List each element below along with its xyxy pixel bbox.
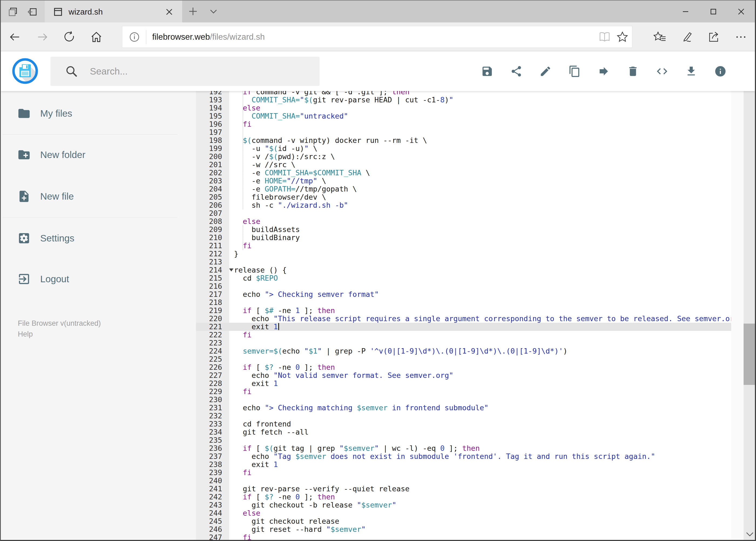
back-button[interactable] <box>7 29 23 45</box>
code-line[interactable]: 205 filebrowser/dev \ <box>196 193 731 201</box>
code-line[interactable]: 195 COMMIT_SHA="untracked" <box>196 112 731 120</box>
code-line[interactable]: 245 git checkout release <box>196 517 731 525</box>
code-line[interactable]: 219 if [ $# -ne 1 ]; then <box>196 306 731 315</box>
tab-preview-button[interactable] <box>6 5 20 19</box>
code-line[interactable]: 203 -e HOME="//tmp" \ <box>196 177 731 185</box>
view-source-button[interactable] <box>647 57 677 86</box>
code-text: git reset --hard "$semver" <box>229 525 366 533</box>
code-line[interactable]: 212} <box>196 250 731 258</box>
sidebar-item-new-folder[interactable]: New folder <box>1 141 196 169</box>
code-line[interactable]: 208 else <box>196 218 731 226</box>
code-line[interactable]: 211 fi <box>196 242 731 250</box>
code-line[interactable]: 214release () { <box>196 266 731 274</box>
maximize-button[interactable] <box>699 1 727 22</box>
code-line[interactable]: 238 exit 1 <box>196 460 731 469</box>
site-info-icon[interactable] <box>128 31 140 43</box>
code-line[interactable]: 236 if [ $(git tag | grep "$semver" | wc… <box>196 444 731 452</box>
more-menu-button[interactable] <box>733 29 749 45</box>
code-line[interactable]: 193 COMMIT_SHA="$(git rev-parse HEAD | c… <box>196 96 731 104</box>
code-line[interactable]: 240 <box>196 477 731 485</box>
code-line[interactable]: 244 else <box>196 509 731 517</box>
code-line[interactable]: 199 -u "$(id -u)" \ <box>196 145 731 153</box>
help-link[interactable]: Help <box>18 329 101 339</box>
code-line[interactable]: 239 fi <box>196 469 731 477</box>
sidebar-item-logout[interactable]: Logout <box>1 265 196 293</box>
forward-button[interactable] <box>34 29 51 45</box>
code-line[interactable]: 232 <box>196 412 731 420</box>
code-line[interactable]: 207 <box>196 209 731 218</box>
code-line[interactable]: 243 git checkout -b release "$semver" <box>196 501 731 509</box>
sidebar-item-my-files[interactable]: My files <box>1 99 196 128</box>
browser-tab[interactable]: wizard.sh <box>45 1 182 23</box>
url-field[interactable]: filebrowser.web/files/wizard.sh <box>122 26 632 48</box>
code-line[interactable]: 227 echo "Not valid semver format. See s… <box>196 371 731 379</box>
tab-close-button[interactable] <box>163 6 175 18</box>
code-line[interactable]: 235 <box>196 436 731 444</box>
share-button[interactable] <box>706 29 722 45</box>
download-button[interactable] <box>677 57 706 86</box>
edit-button[interactable] <box>531 57 560 86</box>
minimize-button[interactable] <box>671 1 699 22</box>
code-line[interactable]: 225 <box>196 355 731 363</box>
delete-button[interactable] <box>619 57 647 86</box>
code-line[interactable]: 209 buildAssets <box>196 226 731 234</box>
search-input[interactable]: Search... <box>51 57 320 86</box>
copy-button[interactable] <box>560 57 589 86</box>
code-line[interactable]: 222 fi <box>196 331 731 339</box>
code-line[interactable]: 201 -w //src \ <box>196 161 731 169</box>
favorite-button[interactable] <box>614 29 630 45</box>
code-line[interactable]: 220 echo "This release script requires a… <box>196 315 731 323</box>
code-line[interactable]: 213 <box>196 258 731 266</box>
code-line[interactable]: 233 cd frontend <box>196 420 731 428</box>
scrollbar-thumb[interactable] <box>744 323 756 385</box>
code-line[interactable]: 206 sh -c "./wizard.sh -b" <box>196 201 731 209</box>
scroll-down-button[interactable] <box>744 527 756 541</box>
code-line[interactable]: 196 fi <box>196 120 731 128</box>
code-line[interactable]: 218 <box>196 298 731 306</box>
code-line[interactable]: 210 buildBinary <box>196 234 731 242</box>
new-tab-button[interactable] <box>186 4 200 18</box>
code-line[interactable]: 216 <box>196 282 731 290</box>
code-line[interactable]: 197 <box>196 128 731 136</box>
code-line[interactable]: 246 git reset --hard "$semver" <box>196 525 731 533</box>
code-line[interactable]: 247 fi <box>196 533 731 541</box>
tab-list-button[interactable] <box>206 4 220 18</box>
code-line[interactable]: 223 <box>196 339 731 347</box>
code-line[interactable]: 192 if command -v git && [ -d .git ]; th… <box>196 91 731 96</box>
save-button[interactable] <box>473 57 502 86</box>
code-line[interactable]: 237 echo "Tag $semver does not exist in … <box>196 452 731 460</box>
code-line[interactable]: 221 exit 1 <box>196 323 731 331</box>
annotate-button[interactable] <box>679 29 695 45</box>
code-line[interactable]: 217 echo "> Checking semver format" <box>196 290 731 298</box>
code-line[interactable]: 215 cd $REPO <box>196 274 731 282</box>
code-line[interactable]: 228 exit 1 <box>196 379 731 387</box>
code-line[interactable]: 242 if [ $? -ne 0 ]; then <box>196 493 731 501</box>
code-line[interactable]: 234 git fetch --all <box>196 428 731 436</box>
favorites-hub-button[interactable] <box>652 29 668 45</box>
refresh-button[interactable] <box>61 29 78 45</box>
code-editor[interactable]: 192 if command -v git && [ -d .git ]; th… <box>196 91 731 541</box>
page-scrollbar[interactable] <box>744 51 756 541</box>
close-window-button[interactable] <box>727 1 755 22</box>
code-line[interactable]: 241 git rev-parse --verify --quiet relea… <box>196 485 731 493</box>
code-line[interactable]: 194 else <box>196 104 731 112</box>
code-line[interactable]: 200 -v /$(pwd):/src:z \ <box>196 153 731 161</box>
code-line[interactable]: 226 if [ $? -ne 0 ]; then <box>196 363 731 371</box>
code-line[interactable]: 224 semver=$(echo "$1" | grep -P '^v(0|[… <box>196 347 731 355</box>
code-line[interactable]: 231 echo "> Checking matching $semver in… <box>196 404 731 412</box>
sidebar-item-new-file[interactable]: New file <box>1 182 196 211</box>
code-line[interactable]: 202 -e COMMIT_SHA=$COMMIT_SHA \ <box>196 169 731 177</box>
home-button[interactable] <box>88 29 105 45</box>
share-file-button[interactable] <box>502 57 531 86</box>
set-tabs-aside-button[interactable] <box>25 5 39 19</box>
code-line[interactable]: 204 -e GOPATH=//tmp/gopath \ <box>196 185 731 193</box>
fold-arrow-icon[interactable] <box>229 269 233 271</box>
code-line[interactable]: 198 $(command -v winpty) docker run --rm… <box>196 136 731 145</box>
code-line[interactable]: 230 <box>196 396 731 404</box>
info-button[interactable] <box>706 57 735 86</box>
filebrowser-logo[interactable] <box>12 58 38 84</box>
move-button[interactable] <box>589 57 619 86</box>
sidebar-item-settings[interactable]: Settings <box>1 224 196 252</box>
reading-view-button[interactable] <box>597 29 613 45</box>
code-line[interactable]: 229 fi <box>196 387 731 396</box>
